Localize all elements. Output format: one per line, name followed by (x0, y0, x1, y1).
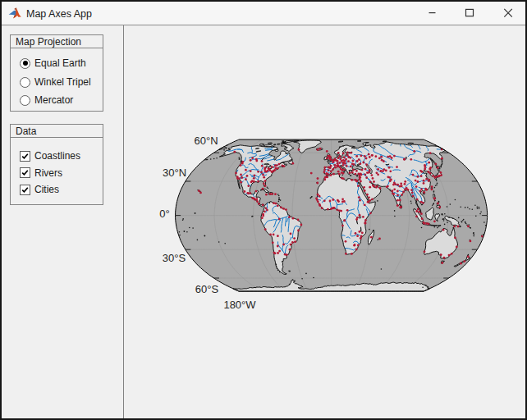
svg-text:60°N: 60°N (194, 135, 218, 147)
svg-text:0°: 0° (159, 208, 169, 220)
svg-text:30°N: 30°N (163, 167, 186, 179)
svg-text:30°S: 30°S (163, 252, 186, 264)
svg-text:60°S: 60°S (195, 283, 219, 295)
svg-text:180°W: 180°W (223, 299, 256, 311)
